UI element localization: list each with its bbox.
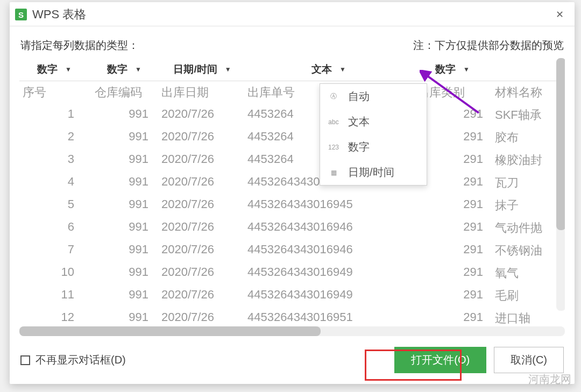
cell: 291: [412, 197, 493, 213]
close-icon[interactable]: ✕: [552, 8, 567, 22]
cell: 2: [19, 130, 89, 146]
col-type-select-3[interactable]: 文本 ▼: [245, 58, 412, 81]
col-type-label: 日期/时间: [173, 62, 217, 76]
cell: 抹子: [493, 197, 563, 213]
cell: 991: [89, 197, 159, 213]
cell: 6: [19, 220, 89, 236]
cell: 氧气: [493, 265, 563, 281]
chevron-down-icon: ▼: [65, 66, 72, 73]
scroll-thumb[interactable]: [19, 326, 321, 336]
cell: 2020/7/26: [159, 152, 245, 168]
cell: 991: [89, 175, 159, 191]
vertical-scrollbar[interactable]: [556, 58, 565, 311]
window-title: WPS 表格: [32, 6, 86, 23]
cell: 2020/7/26: [159, 197, 245, 213]
calendar-icon: ▦: [328, 169, 339, 176]
cell: 胶布: [493, 130, 563, 146]
table-row: 29912020/7/264453264291胶布: [19, 126, 565, 149]
cell: 气动件抛: [493, 220, 563, 236]
cell: 4453264343016949: [245, 265, 412, 281]
cell: 橡胶油封: [493, 152, 563, 168]
app-badge-icon: S: [15, 9, 27, 20]
table-row: 69912020/7/264453264343016946291气动件抛: [19, 217, 565, 239]
col-type-label: 数字: [107, 62, 127, 76]
table-row: 49912020/7/264453264343016945291瓦刀: [19, 172, 565, 194]
dont-show-label: 不再显示对话框(D): [36, 353, 126, 367]
cancel-button[interactable]: 取消(C): [494, 347, 564, 373]
cell: 991: [89, 310, 159, 326]
col-type-label: 数字: [37, 62, 58, 76]
cell: 4453264343016946: [245, 220, 412, 236]
table-row: 59912020/7/264453264343016945291抹子: [19, 194, 565, 217]
cell: 291: [412, 288, 493, 304]
dropdown-item-datetime[interactable]: ▦ 日期/时间: [320, 160, 427, 185]
cell: 991: [89, 130, 159, 146]
cell: 2020/7/26: [159, 107, 245, 123]
col-type-select-0[interactable]: 数字 ▼: [19, 58, 89, 81]
chevron-down-icon: ▼: [135, 66, 141, 73]
cell: 12: [19, 310, 89, 326]
dropdown-item-label: 日期/时间: [348, 165, 394, 180]
dropdown-item-label: 数字: [348, 140, 370, 154]
col-title: 出库日期: [159, 84, 245, 101]
cell: SKF轴承: [493, 107, 563, 123]
dropdown-item-label: 自动: [348, 89, 370, 104]
dialog-footer: 不再显示对话框(D) 打开文件(O) 取消(C): [10, 338, 575, 384]
cell: 7: [19, 243, 89, 259]
table-row: 119912020/7/264453264343016949291毛刷: [19, 284, 565, 307]
col-type-label: 文本: [311, 62, 332, 76]
cell: 2020/7/26: [159, 288, 245, 304]
col-type-select-1[interactable]: 数字 ▼: [89, 58, 159, 81]
dropdown-item-auto[interactable]: Ⓐ 自动: [320, 84, 427, 109]
cell: 瓦刀: [493, 175, 563, 191]
open-file-button[interactable]: 打开文件(O): [394, 347, 486, 373]
table-row: 109912020/7/264453264343016949291氧气: [19, 262, 565, 284]
dropdown-item-label: 文本: [348, 115, 370, 129]
titlebar: S WPS 表格 ✕: [10, 2, 575, 26]
text-icon: abc: [328, 118, 339, 126]
dont-show-checkbox[interactable]: 不再显示对话框(D): [20, 353, 126, 367]
preview-note: 注：下方仅提供部分数据的预览: [413, 38, 564, 53]
type-dropdown: Ⓐ 自动 abc 文本 123 数字 ▦ 日期/时间: [320, 83, 427, 186]
col-title: 序号: [19, 84, 89, 101]
cell: 4453264343016951: [245, 310, 412, 326]
col-title: 材料名称: [493, 84, 563, 101]
number-icon: 123: [328, 144, 339, 151]
cell: 4453264343016945: [245, 197, 412, 213]
cell: 2020/7/26: [159, 265, 245, 281]
cell: 991: [89, 243, 159, 259]
cell: 5: [19, 197, 89, 213]
data-rows: 19912020/7/264453264291SKF轴承29912020/7/2…: [19, 104, 565, 335]
cell: 2020/7/26: [159, 310, 245, 326]
cell: 291: [412, 310, 493, 326]
cell: 10: [19, 265, 89, 281]
scroll-thumb[interactable]: [556, 58, 565, 230]
dropdown-item-number[interactable]: 123 数字: [320, 134, 427, 160]
cell: 1: [19, 107, 89, 123]
table-row: 79912020/7/264453264343016946291不锈钢油: [19, 239, 565, 262]
horizontal-scrollbar[interactable]: [19, 326, 565, 336]
cell: 4: [19, 175, 89, 191]
cell: 991: [89, 288, 159, 304]
instruction-text: 请指定每列数据的类型：: [20, 38, 139, 53]
cell: 4453264343016946: [245, 243, 412, 259]
cell: 291: [412, 265, 493, 281]
cell: 2020/7/26: [159, 130, 245, 146]
cell: 291: [412, 220, 493, 236]
cell: 991: [89, 152, 159, 168]
cell: 991: [89, 107, 159, 123]
cell: 2020/7/26: [159, 175, 245, 191]
svg-line-0: [425, 74, 479, 113]
cell: 991: [89, 265, 159, 281]
import-dialog: S WPS 表格 ✕ 请指定每列数据的类型： 注：下方仅提供部分数据的预览 数字…: [10, 2, 575, 384]
table-row: 39912020/7/264453264291橡胶油封: [19, 149, 565, 172]
cell: 3: [19, 152, 89, 168]
col-type-select-2[interactable]: 日期/时间 ▼: [159, 58, 245, 81]
instruction-row: 请指定每列数据的类型： 注：下方仅提供部分数据的预览: [10, 26, 575, 58]
cell: 不锈钢油: [493, 243, 563, 259]
annotation-arrow-icon: [420, 70, 484, 124]
dropdown-item-text[interactable]: abc 文本: [320, 109, 427, 134]
cell: 毛刷: [493, 288, 563, 304]
cell: 4453264343016949: [245, 288, 412, 304]
cell: 进口轴: [493, 310, 563, 326]
